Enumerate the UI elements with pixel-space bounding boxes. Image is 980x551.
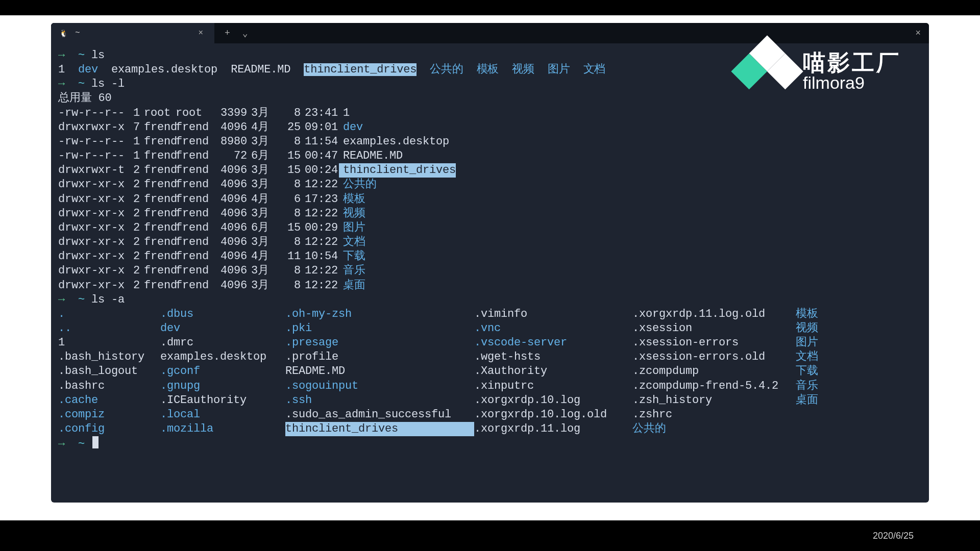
- lsl-filename: 公共的: [339, 178, 376, 192]
- lsa-item: 图片: [796, 336, 837, 350]
- lsa-item: .bash_history: [58, 350, 160, 364]
- lsa-item: .vscode-server: [474, 336, 632, 350]
- lsl-row: drwxr-xr-x2frendfrend40964月1110:54下载: [58, 249, 922, 264]
- lsl-filename: 图片: [339, 221, 365, 235]
- ls-item: thinclient_drives: [304, 63, 416, 76]
- lsa-item: .xsession: [632, 321, 796, 336]
- lsl-row: drwxr-xr-x2frendfrend40963月812:22公共的: [58, 178, 922, 192]
- lsl-row: -rw-r--r--1rootroot33993月823:411: [58, 106, 922, 120]
- lsa-item: .bashrc: [58, 379, 160, 393]
- tab-active[interactable]: 🐧 ~ ×: [51, 23, 214, 43]
- prompt-path: ~: [78, 438, 85, 450]
- lsa-item: .sudo_as_admin_successful: [285, 408, 474, 422]
- terminal-window: 🐧 ~ × + ⌄ × → ~ ls1 dev examples.desktop…: [51, 23, 929, 503]
- lsl-filename: dev: [339, 120, 363, 135]
- ls-item: 图片: [548, 63, 570, 76]
- prompt-arrow: →: [58, 438, 65, 450]
- lsa-item: .viminfo: [474, 307, 632, 321]
- lsa-item: .vnc: [474, 321, 632, 336]
- lsa-item: .zsh_history: [632, 393, 796, 408]
- ls-item: 文档: [583, 63, 606, 76]
- lsa-item: examples.desktop: [160, 350, 285, 364]
- lsl-filename: 视频: [339, 207, 365, 221]
- lsa-item: .mozilla: [160, 422, 285, 436]
- ls-item: dev: [78, 63, 98, 76]
- lsl-row: drwxr-xr-x2frendfrend40963月812:22音乐: [58, 264, 922, 278]
- cursor: [92, 436, 99, 448]
- lsa-item: 视频: [796, 321, 837, 336]
- lsa-item: [796, 422, 837, 436]
- lsa-item: 公共的: [632, 422, 796, 436]
- lsl-row: drwxr-xr-x2frendfrend40963月812:22桌面: [58, 279, 922, 293]
- lsl-row: drwxr-xr-x2frendfrend40966月1500:29图片: [58, 221, 922, 235]
- tab-close-button[interactable]: ×: [195, 28, 206, 39]
- lsa-item: README.MD: [285, 364, 474, 379]
- penguin-icon: 🐧: [59, 29, 68, 38]
- lsa-item: .: [58, 307, 160, 321]
- lsa-item: .gnupg: [160, 379, 285, 393]
- ls-item: README.MD: [231, 63, 290, 76]
- lsl-filename: README.MD: [339, 149, 403, 163]
- lsa-item: .Xauthority: [474, 364, 632, 379]
- tab-dropdown-button[interactable]: ⌄: [242, 28, 248, 39]
- lsa-item: .presage: [285, 336, 474, 350]
- lsl-filename: 桌面: [339, 279, 365, 293]
- lsa-item: .compiz: [58, 408, 160, 422]
- lsa-item: .dbus: [160, 307, 285, 321]
- lsl-filename: thinclient_drives: [339, 163, 456, 178]
- lsa-item: .cache: [58, 393, 160, 408]
- lsa-output: ..dbus.oh-my-zsh.viminfo.xorgxrdp.11.log…: [58, 307, 922, 436]
- lsa-item: .pki: [285, 321, 474, 336]
- tab-bar: 🐧 ~ × + ⌄ ×: [51, 23, 929, 43]
- command-text: ls -a: [91, 293, 125, 306]
- lsl-row: -rw-r--r--1frendfrend726月1500:47README.M…: [58, 149, 922, 163]
- lsa-item: 桌面: [796, 393, 837, 408]
- prompt-arrow: →: [58, 293, 65, 306]
- terminal-body[interactable]: → ~ ls1 dev examples.desktop README.MD t…: [51, 43, 929, 457]
- lsa-item: .ICEauthority: [160, 393, 285, 408]
- lsa-item: .dmrc: [160, 336, 285, 350]
- ls-item: 模板: [477, 63, 499, 76]
- lsa-item: .oh-my-zsh: [285, 307, 474, 321]
- lsl-filename: 音乐: [339, 264, 365, 278]
- prompt-arrow: →: [58, 49, 65, 62]
- lsl-filename: 下载: [339, 249, 365, 264]
- lsa-item: .xinputrc: [474, 379, 632, 393]
- lsl-filename: 文档: [339, 235, 365, 249]
- lsl-row: drwxr-xr-x2frendfrend40963月812:22视频: [58, 207, 922, 221]
- lsa-item: .bash_logout: [58, 364, 160, 379]
- ls-output: 1 dev examples.desktop README.MD thincli…: [58, 63, 922, 77]
- new-tab-button[interactable]: +: [225, 28, 230, 38]
- lsa-item: .sogouinput: [285, 379, 474, 393]
- command-text: ls -l: [91, 78, 125, 90]
- lsa-item: 模板: [796, 307, 837, 321]
- ls-item: examples.desktop: [111, 63, 217, 76]
- lsa-item: 音乐: [796, 379, 837, 393]
- footer-date: 2020/6/25: [873, 531, 914, 541]
- lsa-item: .xsession-errors: [632, 336, 796, 350]
- lsa-item: .gconf: [160, 364, 285, 379]
- prompt-arrow: →: [58, 78, 65, 90]
- lsl-row: drwxrwxr-x7frendfrend40964月2509:01dev: [58, 120, 922, 135]
- ls-item: 公共的: [430, 63, 463, 76]
- window-close-button[interactable]: ×: [915, 28, 921, 38]
- lsa-item: thinclient_drives: [285, 422, 474, 436]
- prompt-path: ~: [78, 293, 85, 306]
- lsa-item: .xorgxrdp.10.log: [474, 393, 632, 408]
- lsl-filename: 1: [339, 106, 350, 120]
- lsl-row: drwxr-xr-x2frendfrend40964月617:23模板: [58, 192, 922, 207]
- lsa-item: .zshrc: [632, 408, 796, 422]
- lsa-item: .xorgxrdp.10.log.old: [474, 408, 632, 422]
- lsa-item: .local: [160, 408, 285, 422]
- lsa-item: 文档: [796, 350, 837, 364]
- lsa-item: 下载: [796, 364, 837, 379]
- lsa-item: .config: [58, 422, 160, 436]
- lsa-item: .wget-hsts: [474, 350, 632, 364]
- lsa-item: .xorgxrdp.11.log.old: [632, 307, 796, 321]
- lsa-item: ..: [58, 321, 160, 336]
- lsa-item: .profile: [285, 350, 474, 364]
- prompt-path: ~: [78, 49, 85, 62]
- lsl-header: 总用量 60: [58, 91, 922, 106]
- lsl-row: drwxr-xr-x2frendfrend40963月812:22文档: [58, 235, 922, 249]
- prompt-path: ~: [78, 78, 85, 90]
